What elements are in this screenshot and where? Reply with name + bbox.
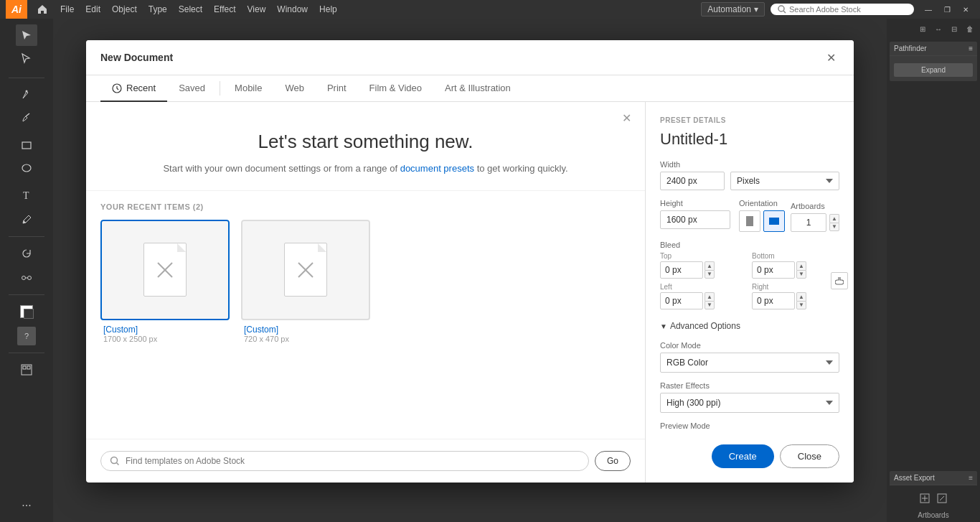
menu-file[interactable]: File [55,1,80,17]
artboard-tool[interactable] [16,359,37,381]
bleed-bottom-down[interactable]: ▼ [796,270,806,279]
dialog-body: ✕ Let's start something new. Start with … [86,102,854,483]
bleed-bottom-input[interactable] [752,261,795,279]
bleed-top-up[interactable]: ▲ [705,261,715,270]
restore-button[interactable]: ❐ [938,3,956,16]
rotate-tool[interactable] [16,243,37,264]
bleed-link-icon[interactable] [831,272,848,289]
tab-print[interactable]: Print [316,75,358,102]
question-mark-tool[interactable]: ? [16,325,37,347]
bleed-right-input[interactable] [752,292,795,309]
stock-search-input[interactable] [789,5,904,14]
blend-tool[interactable] [16,267,37,289]
menu-window[interactable]: Window [271,1,314,17]
svg-rect-21 [769,218,779,225]
panel-icon-3[interactable]: ⊟ [947,22,961,36]
tab-saved[interactable]: Saved [167,75,217,102]
dialog-tabs: Recent Saved Mobile Web Print [86,75,854,102]
pen-tools [16,84,37,129]
bleed-left-down[interactable]: ▼ [705,301,715,309]
app-logo: Ai [6,0,27,19]
menu-type[interactable]: Type [143,1,173,17]
rectangle-tool[interactable] [16,134,37,156]
artboards-group: Artboards ▲ ▼ [791,202,839,232]
adobe-stock-search [771,4,914,15]
height-input[interactable] [660,210,730,229]
pen-tool[interactable] [16,84,37,106]
raster-effects-field-group: Raster Effects High (300 ppi) [660,381,839,413]
direct-selection-tool[interactable] [16,47,37,69]
selection-tool[interactable] [16,24,37,46]
svg-text:T: T [23,190,29,201]
pathfinder-label: Pathfinder [894,45,927,52]
unit-select[interactable]: Pixels [730,172,839,190]
menu-select[interactable]: Select [173,1,208,17]
menu-object[interactable]: Object [106,1,143,17]
panel-icon-2[interactable]: ↔ [931,22,946,36]
advanced-options-toggle[interactable]: ▼ Advanced Options [660,318,839,334]
asset-export-menu-icon[interactable]: ≡ [969,474,973,482]
fill-swatch[interactable] [16,301,37,322]
color-mode-select[interactable]: RGB Color [660,353,839,373]
document-presets-link[interactable]: document presets [400,163,474,174]
bleed-left-up[interactable]: ▲ [705,292,715,301]
artboards-input[interactable] [791,213,826,232]
bleed-right-up[interactable]: ▲ [796,292,806,301]
artboard-add-icon[interactable] [918,491,932,505]
workspace-selector[interactable]: Automation ▾ [701,2,765,17]
artboard-delete-icon[interactable] [935,491,949,505]
menu-view[interactable]: View [242,1,272,17]
tab-recent[interactable]: Recent [100,75,167,102]
menu-help[interactable]: Help [314,1,343,17]
panel-icon-1[interactable]: ⊞ [915,22,930,36]
artboards-down[interactable]: ▼ [829,223,839,231]
type-tool[interactable]: T [16,185,37,206]
go-button[interactable]: Go [595,451,631,471]
dialog-title: New Document [100,52,173,63]
home-icon[interactable] [33,0,52,19]
menu-edit[interactable]: Edit [80,1,106,17]
tab-film[interactable]: Film & Video [358,75,433,102]
bleed-top-down[interactable]: ▼ [705,270,715,279]
height-label: Height [660,199,730,208]
width-row: Pixels [660,172,839,190]
bleed-right-down[interactable]: ▼ [796,301,806,309]
maximize-button[interactable]: ✕ [957,3,974,16]
dialog-header: New Document ✕ [86,40,854,75]
preset-name[interactable]: Untitled-1 [660,130,839,149]
recent-item-0[interactable]: [Custom] 1700 x 2500 px [100,220,230,348]
pathfinder-menu-icon[interactable]: ≡ [969,45,973,52]
asset-export-header: Asset Export ≡ [890,471,977,485]
dialog-close-button[interactable]: ✕ [822,49,839,66]
svg-point-7 [22,276,26,280]
tab-mobile[interactable]: Mobile [223,75,273,102]
tab-divider [220,81,220,95]
portrait-button[interactable] [739,210,760,232]
ellipse-tool[interactable] [16,157,37,179]
width-input[interactable] [660,172,725,190]
menu-effect[interactable]: Effect [208,1,241,17]
bleed-right-wrap: ▲ ▼ [752,292,839,309]
paintbrush-tool[interactable] [16,107,37,129]
minimize-button[interactable]: — [920,3,937,16]
recent-item-1[interactable]: [Custom] 720 x 470 px [241,220,370,348]
raster-effects-select[interactable]: High (300 ppi) [660,393,839,413]
expand-button[interactable]: Expand [894,63,973,77]
create-button[interactable]: Create [712,444,774,468]
close-dialog-button[interactable]: Close [780,444,839,468]
svg-rect-20 [746,216,753,226]
landscape-button[interactable] [763,210,785,232]
more-tools[interactable]: ··· [16,495,37,516]
artboards-up[interactable]: ▲ [829,214,839,223]
panel-icon-4[interactable]: 🗑 [963,22,977,36]
cross-svg-1 [296,260,316,280]
bleed-left-input[interactable] [660,292,703,309]
tab-art[interactable]: Art & Illustration [433,75,522,102]
recent-section: YOUR RECENT ITEMS (2) [86,191,645,439]
welcome-close-button[interactable]: ✕ [619,111,633,125]
tab-web[interactable]: Web [273,75,316,102]
bleed-bottom-up[interactable]: ▲ [796,261,806,270]
pencil-tool[interactable] [16,209,37,230]
bleed-top-input[interactable] [660,261,703,279]
template-search-input[interactable] [126,456,580,466]
